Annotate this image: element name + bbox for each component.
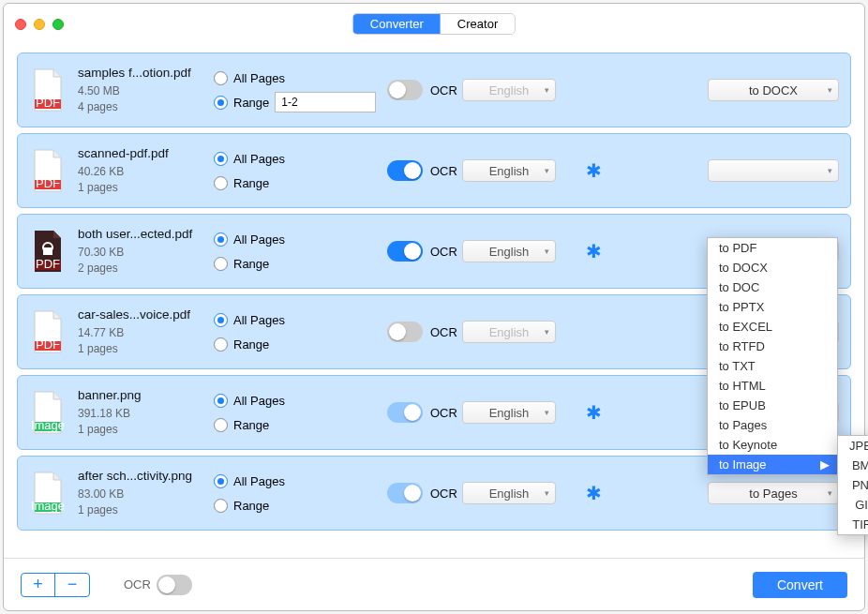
range-label: Range (233, 96, 269, 110)
dropdown-item[interactable]: to Pages (708, 415, 837, 435)
gear-icon[interactable]: ✱ (586, 240, 602, 262)
add-button[interactable]: + (22, 574, 55, 596)
range-label: Range (233, 176, 269, 190)
gear-icon[interactable]: ✱ (586, 159, 602, 182)
format-select[interactable]: to DOCX▾ (708, 79, 839, 101)
dropdown-item[interactable]: to PPTX (708, 297, 837, 317)
radio-range[interactable] (214, 176, 228, 190)
page-selection: All PagesRange (214, 146, 387, 195)
file-meta: car-sales...voice.pdf14.77 KB1 pages (78, 307, 214, 357)
submenu-item[interactable]: PNG (838, 475, 868, 495)
tab-converter[interactable]: Converter (353, 14, 441, 34)
dropdown-item[interactable]: to RTFD (708, 337, 837, 356)
chevron-down-icon: ▾ (545, 408, 549, 417)
file-row[interactable]: PDFsamples f...otion.pdf4.50 MB4 pagesAl… (17, 52, 851, 127)
file-type-icon: Image (29, 471, 67, 516)
language-column: English▾ (462, 240, 575, 262)
dropdown-item[interactable]: to HTML (708, 376, 837, 396)
dropdown-item[interactable]: to DOC (708, 277, 837, 297)
radio-range[interactable] (214, 337, 228, 352)
language-select[interactable]: English▾ (462, 159, 556, 182)
ocr-toggle[interactable] (387, 241, 423, 262)
window-controls (15, 19, 64, 30)
gear-icon[interactable]: ✱ (586, 482, 602, 504)
ocr-master-toggle[interactable] (157, 575, 192, 595)
file-name: scanned-pdf.pdf (78, 146, 214, 160)
ocr-label: OCR (430, 245, 457, 259)
chevron-down-icon: ▾ (828, 166, 832, 175)
submenu-item[interactable]: BMP (838, 456, 868, 475)
radio-all-pages[interactable] (214, 152, 228, 166)
ocr-toggle[interactable] (387, 483, 423, 503)
dropdown-item[interactable]: to Image▶ (708, 455, 837, 474)
ocr-column: OCR (387, 241, 462, 262)
radio-all-pages[interactable] (214, 394, 228, 408)
range-label: Range (233, 499, 269, 513)
radio-all-pages[interactable] (214, 71, 228, 85)
format-select[interactable]: ▾ (708, 159, 839, 182)
zoom-icon[interactable] (52, 19, 64, 30)
file-type-icon: PDF (29, 67, 67, 112)
gear-icon[interactable]: ✱ (586, 401, 602, 424)
radio-range[interactable] (214, 96, 228, 110)
remove-button[interactable]: − (55, 574, 89, 596)
ocr-toggle[interactable] (387, 322, 423, 342)
radio-range[interactable] (214, 257, 228, 271)
dropdown-item[interactable]: to EXCEL (708, 317, 837, 337)
all-pages-label: All Pages (233, 394, 285, 408)
tab-creator[interactable]: Creator (441, 14, 515, 34)
svg-text:PDF: PDF (36, 257, 60, 271)
close-icon[interactable] (15, 19, 26, 30)
dropdown-item[interactable]: to EPUB (708, 396, 837, 415)
radio-range[interactable] (214, 499, 228, 513)
file-type-icon: PDF (29, 229, 67, 274)
format-column: ▾to PDFto DOCXto DOCto PPTXto EXCELto RT… (708, 321, 839, 343)
ocr-column: OCR (387, 322, 462, 342)
language-select[interactable]: English▾ (462, 482, 556, 504)
file-name: samples f...otion.pdf (78, 66, 214, 80)
ocr-toggle[interactable] (387, 160, 423, 181)
range-input[interactable] (275, 92, 376, 112)
ocr-toggle[interactable] (387, 402, 423, 423)
settings-column: ✱ (575, 240, 612, 262)
format-select[interactable]: to Pages▾ (708, 482, 839, 504)
svg-text:Image: Image (31, 499, 65, 513)
mode-tabs: Converter Creator (352, 13, 516, 35)
dropdown-item[interactable]: to DOCX (708, 258, 837, 277)
ocr-toggle[interactable] (387, 80, 423, 100)
convert-button[interactable]: Convert (753, 572, 847, 598)
language-select[interactable]: English▾ (462, 321, 556, 343)
file-size: 83.00 KB (78, 487, 214, 502)
chevron-down-icon: ▾ (545, 166, 549, 175)
file-size: 14.77 KB (78, 325, 214, 341)
radio-range[interactable] (214, 418, 228, 432)
file-row[interactable]: PDFscanned-pdf.pdf40.26 KB1 pagesAll Pag… (17, 133, 851, 208)
dropdown-item[interactable]: to TXT (708, 356, 837, 376)
radio-all-pages[interactable] (214, 474, 228, 488)
ocr-column: OCR (387, 80, 462, 100)
file-row[interactable]: PDFcar-sales...voice.pdf14.77 KB1 pagesA… (17, 294, 851, 369)
submenu-item[interactable]: JPEG (838, 436, 868, 456)
language-select[interactable]: English▾ (462, 79, 556, 101)
chevron-down-icon: ▾ (545, 488, 549, 498)
dropdown-item[interactable]: to PDF (708, 238, 837, 258)
submenu-item[interactable]: GIF (838, 495, 868, 515)
submenu-item[interactable]: TIFF (838, 515, 868, 534)
ocr-column: OCR (387, 402, 462, 423)
page-selection: All PagesRange (214, 227, 387, 276)
file-meta: samples f...otion.pdf4.50 MB4 pages (78, 66, 214, 115)
language-select[interactable]: English▾ (462, 240, 556, 262)
file-type-icon: PDF (29, 309, 67, 354)
chevron-down-icon: ▾ (828, 488, 832, 498)
language-select[interactable]: English▾ (462, 401, 556, 424)
dropdown-item[interactable]: to Keynote (708, 435, 837, 455)
file-type-icon: Image (29, 390, 67, 435)
file-list: PDFsamples f...otion.pdf4.50 MB4 pagesAl… (4, 45, 864, 558)
radio-all-pages[interactable] (214, 313, 228, 327)
radio-all-pages[interactable] (214, 232, 228, 247)
settings-column: ✱ (575, 401, 612, 424)
format-select[interactable]: ▾to PDFto DOCXto DOCto PPTXto EXCELto RT… (708, 321, 839, 343)
file-size: 70.30 KB (78, 245, 214, 261)
minimize-icon[interactable] (34, 19, 45, 30)
ocr-label: OCR (430, 487, 457, 501)
